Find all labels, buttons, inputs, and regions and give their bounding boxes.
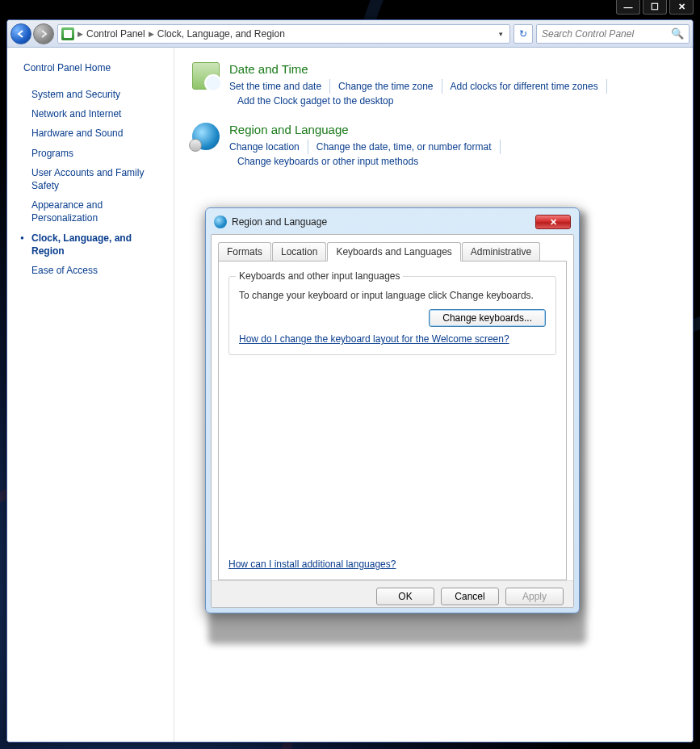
install-languages-link[interactable]: How can I install additional languages?: [228, 559, 396, 570]
sidebar-item-accounts[interactable]: User Accounts and Family Safety: [23, 163, 166, 195]
body: Control Panel Home System and Security N…: [7, 48, 693, 742]
sidebar-item-programs[interactable]: Programs: [23, 144, 166, 163]
dialog-tabs: Formats Location Keyboards and Languages…: [218, 242, 567, 262]
window-controls: — ☐ ✕: [614, 0, 694, 15]
welcome-screen-help-link[interactable]: How do I change the keyboard layout for …: [239, 333, 509, 345]
chevron-right-icon: ▶: [149, 30, 154, 38]
category-title-region[interactable]: Region and Language: [229, 123, 675, 136]
forward-button[interactable]: [33, 23, 54, 44]
sidebar-item-ease[interactable]: Ease of Access: [23, 261, 166, 280]
sidebar-item-system[interactable]: System and Security: [23, 85, 166, 104]
dialog-body: Formats Location Keyboards and Languages…: [211, 234, 574, 608]
category-date-time: Date and Time Set the time and date Chan…: [192, 62, 675, 108]
close-icon: ✕: [550, 217, 557, 228]
back-button[interactable]: [10, 23, 31, 44]
task-change-keyboards[interactable]: Change keyboards or other input methods: [229, 154, 426, 169]
navigation-bar: ▶ Control Panel ▶ Clock, Language, and R…: [7, 20, 693, 48]
sidebar: Control Panel Home System and Security N…: [7, 48, 174, 742]
tab-panel-keyboards: Keyboards and other input languages To c…: [218, 261, 567, 580]
dialog-titlebar[interactable]: Region and Language ✕: [211, 213, 574, 234]
category-title-date-time[interactable]: Date and Time: [229, 62, 675, 76]
sidebar-item-appearance[interactable]: Appearance and Personalization: [23, 195, 166, 228]
cancel-button[interactable]: Cancel: [441, 588, 499, 605]
refresh-button[interactable]: ↻: [513, 24, 533, 44]
breadcrumb-current[interactable]: Clock, Language, and Region: [157, 28, 285, 40]
globe-icon: [214, 215, 227, 228]
region-language-icon: [192, 123, 220, 150]
date-time-icon: [192, 62, 220, 90]
keyboards-group: Keyboards and other input languages To c…: [228, 276, 556, 355]
task-add-gadget[interactable]: Add the Clock gadget to the desktop: [229, 94, 401, 108]
tab-formats[interactable]: Formats: [218, 242, 271, 261]
sidebar-item-clock[interactable]: Clock, Language, and Region: [23, 228, 166, 261]
breadcrumb-root[interactable]: Control Panel: [86, 28, 145, 40]
control-panel-home-link[interactable]: Control Panel Home: [23, 62, 166, 73]
change-keyboards-button[interactable]: Change keyboards...: [429, 309, 546, 327]
search-icon: 🔍: [671, 27, 684, 40]
dialog-footer: OK Cancel Apply: [212, 580, 573, 607]
sidebar-item-network[interactable]: Network and Internet: [23, 104, 166, 123]
content-area: Date and Time Set the time and date Chan…: [174, 48, 693, 742]
category-region-language: Region and Language Change location Chan…: [192, 123, 675, 169]
task-add-clocks[interactable]: Add clocks for different time zones: [442, 79, 607, 94]
apply-button[interactable]: Apply: [505, 588, 564, 605]
nav-buttons: [10, 23, 54, 44]
sidebar-list: System and Security Network and Internet…: [23, 85, 166, 280]
ok-button[interactable]: OK: [376, 588, 434, 605]
refresh-icon: ↻: [519, 28, 527, 40]
group-legend: Keyboards and other input languages: [236, 270, 403, 282]
sidebar-item-hardware[interactable]: Hardware and Sound: [23, 123, 166, 143]
dialog-title: Region and Language: [232, 216, 327, 228]
tasks-date-time: Set the time and date Change the time zo…: [229, 79, 675, 108]
task-change-timezone[interactable]: Change the time zone: [330, 79, 442, 94]
task-change-location[interactable]: Change location: [229, 140, 308, 154]
tasks-region: Change location Change the date, time, o…: [229, 140, 675, 169]
breadcrumb[interactable]: ▶ Control Panel ▶ Clock, Language, and R…: [57, 24, 510, 44]
search-input[interactable]: [542, 28, 671, 40]
arrow-right-icon: [39, 29, 48, 39]
task-change-format[interactable]: Change the date, time, or number format: [308, 140, 501, 154]
breadcrumb-dropdown[interactable]: ▾: [496, 30, 506, 38]
maximize-button[interactable]: ☐: [643, 0, 667, 15]
dialog-close-button[interactable]: ✕: [535, 215, 571, 229]
tab-location[interactable]: Location: [272, 242, 326, 261]
close-window-button[interactable]: ✕: [669, 0, 694, 15]
search-box[interactable]: 🔍: [536, 24, 690, 44]
task-set-time[interactable]: Set the time and date: [229, 79, 330, 94]
region-language-dialog: Region and Language ✕ Formats Location K…: [205, 207, 580, 613]
arrow-left-icon: [16, 29, 26, 39]
tab-administrative[interactable]: Administrative: [462, 242, 540, 261]
control-panel-window: ▶ Control Panel ▶ Clock, Language, and R…: [6, 19, 694, 743]
group-text: To change your keyboard or input languag…: [239, 290, 546, 301]
control-panel-icon: [61, 27, 74, 40]
chevron-right-icon: ▶: [78, 30, 83, 38]
tab-keyboards[interactable]: Keyboards and Languages: [327, 242, 460, 262]
minimize-button[interactable]: —: [616, 0, 640, 15]
